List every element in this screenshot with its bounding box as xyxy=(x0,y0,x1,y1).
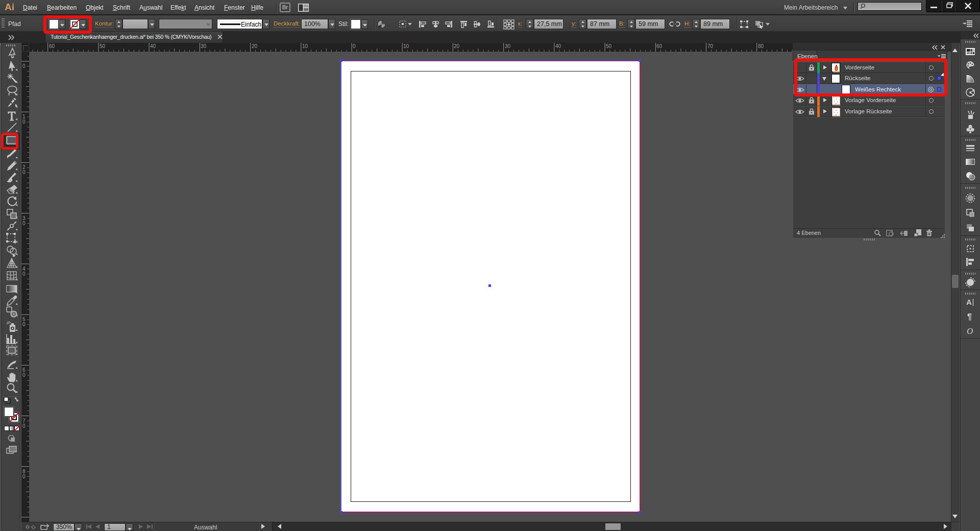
svg-text:A: A xyxy=(966,298,972,306)
svg-text:¶: ¶ xyxy=(967,312,972,321)
svg-text:O: O xyxy=(967,326,973,336)
